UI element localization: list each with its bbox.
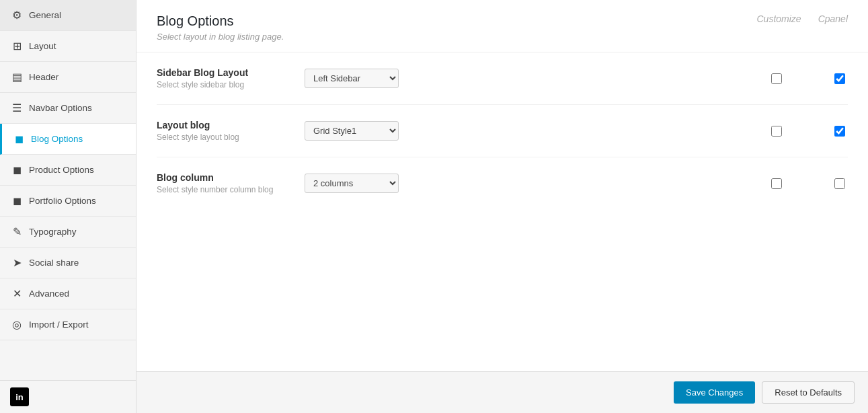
checkboxes-layout-blog <box>768 126 848 137</box>
select-layout-blog[interactable]: Grid Style1Grid Style2List Style <box>305 121 399 141</box>
advanced-icon: ✕ <box>10 287 24 300</box>
settings-row-blog-column: Blog columnSelect style number column bl… <box>157 157 848 209</box>
checkbox2-blog-column[interactable] <box>834 178 845 189</box>
layout-icon: ⊞ <box>10 40 24 52</box>
top-links: Customize Cpanel <box>756 13 848 24</box>
page-header-inner: Blog Options Select layout in blog listi… <box>136 0 868 52</box>
customize-link[interactable]: Customize <box>756 13 801 24</box>
sidebar-item-header[interactable]: ▤Header <box>0 62 136 93</box>
sidebar-item-navbar[interactable]: ☰Navbar Options <box>0 93 136 124</box>
sidebar-label-header: Header <box>29 72 58 82</box>
label-col-sidebar-blog-layout: Sidebar Blog LayoutSelect style sidebar … <box>157 67 291 89</box>
sidebar-footer: in <box>0 380 136 413</box>
label-col-layout-blog: Layout blogSelect style layout blog <box>157 120 291 142</box>
social-icon: ➤ <box>10 256 24 269</box>
sidebar-label-advanced: Advanced <box>29 289 69 299</box>
portfolio-icon: ◼ <box>10 194 24 207</box>
control-col-layout-blog: Grid Style1Grid Style2List Style <box>305 121 755 141</box>
save-button[interactable]: Save Changes <box>674 381 755 404</box>
checkboxes-blog-column <box>768 178 848 189</box>
sublabel-sidebar-blog-layout: Select style sidebar blog <box>157 80 291 89</box>
header-icon: ▤ <box>10 71 24 83</box>
sidebar-label-general: General <box>29 10 61 20</box>
page-title: Blog Options <box>157 13 756 29</box>
label-col-blog-column: Blog columnSelect style number column bl… <box>157 172 291 194</box>
product-icon: ◼ <box>10 163 24 176</box>
typography-icon: ✎ <box>10 225 24 238</box>
sidebar-item-portfolio[interactable]: ◼Portfolio Options <box>0 186 136 217</box>
import-icon: ◎ <box>10 318 24 331</box>
sidebar-label-product: Product Options <box>29 165 94 175</box>
sidebar-item-product[interactable]: ◼Product Options <box>0 155 136 186</box>
sidebar-item-typography[interactable]: ✎Typography <box>0 217 136 248</box>
page-header-text: Blog Options Select layout in blog listi… <box>157 13 756 42</box>
sidebar-item-social[interactable]: ➤Social share <box>0 248 136 278</box>
navbar-icon: ☰ <box>10 102 24 114</box>
general-icon: ⚙ <box>10 9 24 22</box>
sidebar-item-import[interactable]: ◎Import / Export <box>0 309 136 340</box>
checkbox2-layout-blog[interactable] <box>834 126 845 137</box>
checkbox2-sidebar-blog-layout[interactable] <box>834 73 845 84</box>
checkbox1-layout-blog[interactable] <box>771 126 782 137</box>
control-col-sidebar-blog-layout: Left SidebarRight SidebarNo Sidebar <box>305 69 755 88</box>
label-sidebar-blog-layout: Sidebar Blog Layout <box>157 67 291 78</box>
sidebar-label-portfolio: Portfolio Options <box>29 196 96 206</box>
select-blog-column[interactable]: 1 column2 columns3 columns4 columns <box>305 174 399 193</box>
checkbox1-blog-column[interactable] <box>771 178 782 189</box>
cpanel-link[interactable]: Cpanel <box>818 13 848 24</box>
select-sidebar-blog-layout[interactable]: Left SidebarRight SidebarNo Sidebar <box>305 69 399 88</box>
sidebar-label-layout: Layout <box>29 41 56 51</box>
sublabel-blog-column: Select style number column blog <box>157 185 291 194</box>
main-content: Blog Options Select layout in blog listi… <box>136 0 868 413</box>
sidebar-label-import: Import / Export <box>29 320 89 330</box>
footer-bar: Save Changes Reset to Defaults <box>136 371 868 413</box>
blog-icon: ◼ <box>12 133 26 145</box>
sidebar-nav: ⚙General⊞Layout▤Header☰Navbar Options◼Bl… <box>0 0 136 380</box>
sidebar-item-general[interactable]: ⚙General <box>0 0 136 31</box>
sidebar-label-navbar: Navbar Options <box>29 103 92 113</box>
settings-row-sidebar-blog-layout: Sidebar Blog LayoutSelect style sidebar … <box>157 52 848 105</box>
checkboxes-sidebar-blog-layout <box>768 73 848 84</box>
linkedin-badge: in <box>10 387 29 406</box>
sidebar-label-blog: Blog Options <box>31 134 83 144</box>
sidebar-label-typography: Typography <box>29 227 77 237</box>
sidebar-item-blog[interactable]: ◼Blog Options <box>0 124 136 155</box>
sidebar-label-social: Social share <box>29 258 79 268</box>
settings-section: Sidebar Blog LayoutSelect style sidebar … <box>136 52 868 209</box>
page-subtitle: Select layout in blog listing page. <box>157 32 756 42</box>
sidebar-item-layout[interactable]: ⊞Layout <box>0 31 136 62</box>
reset-button[interactable]: Reset to Defaults <box>762 381 855 404</box>
content-area: Blog Options Select layout in blog listi… <box>136 0 868 371</box>
sidebar-item-advanced[interactable]: ✕Advanced <box>0 278 136 309</box>
control-col-blog-column: 1 column2 columns3 columns4 columns <box>305 174 755 193</box>
page-header-wrapper: Blog Options Select layout in blog listi… <box>136 0 868 52</box>
label-layout-blog: Layout blog <box>157 120 291 130</box>
sidebar: ⚙General⊞Layout▤Header☰Navbar Options◼Bl… <box>0 0 136 413</box>
checkbox1-sidebar-blog-layout[interactable] <box>771 73 782 84</box>
sublabel-layout-blog: Select style layout blog <box>157 133 291 142</box>
settings-row-layout-blog: Layout blogSelect style layout blogGrid … <box>157 105 848 157</box>
label-blog-column: Blog column <box>157 172 291 183</box>
